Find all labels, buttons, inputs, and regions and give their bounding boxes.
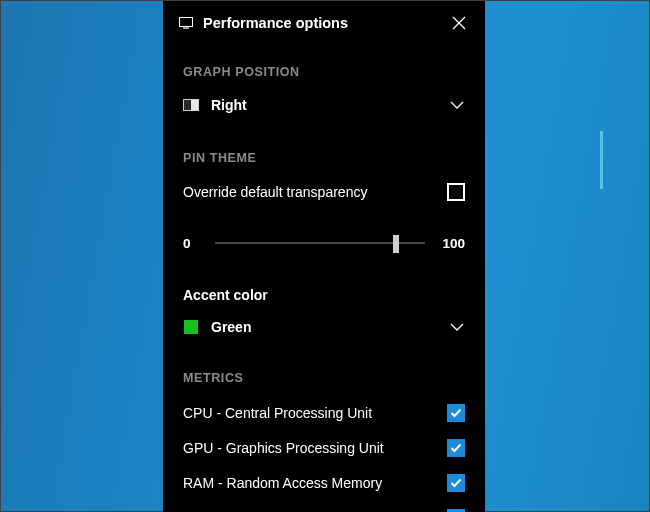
metric-label: RAM - Random Access Memory <box>183 475 447 491</box>
slider-min-label: 0 <box>183 236 209 251</box>
accent-color-dropdown[interactable]: Green <box>183 311 465 343</box>
align-right-icon <box>183 97 199 113</box>
override-transparency-checkbox[interactable] <box>447 183 465 201</box>
titlebar: Performance options <box>163 1 485 43</box>
pin-theme-heading: PIN THEME <box>183 151 465 165</box>
close-icon <box>452 16 466 30</box>
svg-rect-1 <box>183 28 189 29</box>
metric-checkbox[interactable] <box>447 439 465 457</box>
graph-position-heading: GRAPH POSITION <box>183 65 465 79</box>
metric-row: RAM - Random Access Memory <box>183 465 465 500</box>
accent-color-value: Green <box>211 319 445 335</box>
transparency-slider-row: 0 100 <box>183 229 465 257</box>
metric-checkbox[interactable] <box>447 509 465 513</box>
svg-rect-0 <box>180 18 193 27</box>
graph-position-dropdown[interactable]: Right <box>183 89 465 121</box>
slider-thumb[interactable] <box>393 235 399 253</box>
metric-checkbox[interactable] <box>447 474 465 492</box>
metric-label: CPU - Central Processing Unit <box>183 405 447 421</box>
close-button[interactable] <box>447 11 471 35</box>
performance-icon <box>179 17 193 29</box>
metric-row: GPU - Graphics Processing Unit <box>183 430 465 465</box>
color-swatch-icon <box>183 319 199 335</box>
metrics-list: CPU - Central Processing UnitGPU - Graph… <box>183 395 465 512</box>
graph-position-value: Right <box>211 97 445 113</box>
metric-label: GPU - Graphics Processing Unit <box>183 440 447 456</box>
override-transparency-label: Override default transparency <box>183 184 447 200</box>
panel-title: Performance options <box>203 15 447 31</box>
transparency-slider[interactable] <box>215 233 425 253</box>
chevron-down-icon <box>445 322 465 332</box>
accent-color-heading: Accent color <box>183 287 465 303</box>
metrics-heading: METRICS <box>183 371 465 385</box>
override-transparency-row: Override default transparency <box>183 175 465 209</box>
metric-checkbox[interactable] <box>447 404 465 422</box>
metric-row: CPU - Central Processing Unit <box>183 395 465 430</box>
chevron-down-icon <box>445 100 465 110</box>
desktop-background: Performance options GRAPH POSITION Right <box>0 0 650 512</box>
slider-max-label: 100 <box>431 236 465 251</box>
performance-options-panel: Performance options GRAPH POSITION Right <box>163 1 485 512</box>
metric-row: FPS - Frames Per Second <box>183 500 465 512</box>
